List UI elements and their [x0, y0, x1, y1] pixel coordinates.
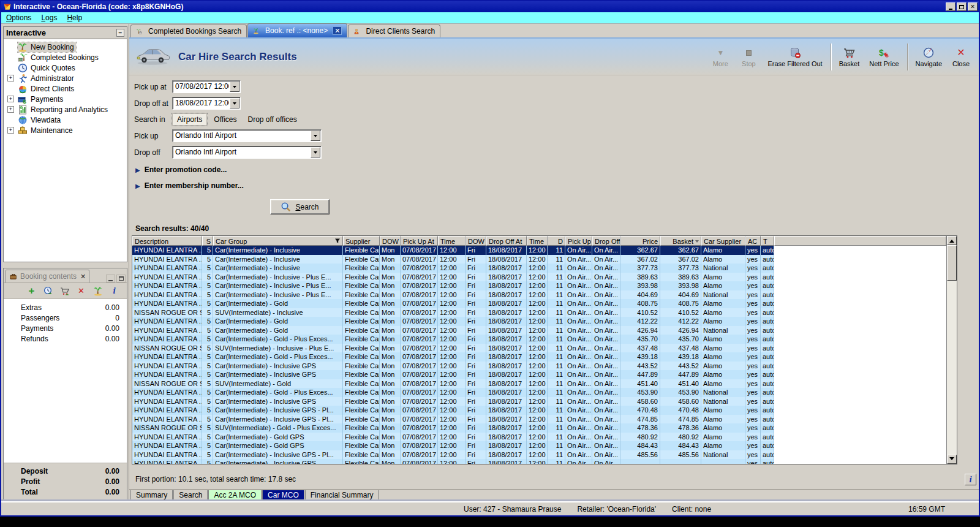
bottom-tab-search[interactable]: Search	[173, 490, 208, 501]
table-row[interactable]: HYUNDAI ELANTRA ...5Car(Intermediate) - …	[132, 255, 946, 264]
column-header-drop-off[interactable]: Drop Off	[592, 236, 620, 246]
column-header-time[interactable]: Time	[527, 236, 548, 246]
bottom-tab-financial-summary[interactable]: Financial Summary	[305, 490, 379, 501]
erase-filtered-out-button[interactable]: Erase Filtered Out	[763, 45, 827, 69]
sidebar-item-completed-bookings[interactable]: $$Completed Bookings	[4, 52, 127, 63]
table-row[interactable]: HYUNDAI ELANTRA ...5Car(Intermediate) - …	[132, 246, 946, 255]
table-row[interactable]: HYUNDAI ELANTRA ...5Car(Intermediate) - …	[132, 264, 946, 273]
table-row[interactable]: HYUNDAI ELANTRA ...5Car(Intermediate) - …	[132, 397, 946, 406]
collapse-panel-button[interactable]: −	[116, 29, 124, 37]
delete-button[interactable]: ✕	[76, 286, 86, 296]
move-to-basket-button[interactable]	[59, 286, 70, 296]
tab-completed-bookings-search[interactable]: Completed Bookings Search	[130, 25, 247, 37]
table-row[interactable]: NISSAN ROGUE OR S...5SUV(Intermediate) -…	[132, 308, 946, 317]
pick-up-at-dropdown-icon[interactable]	[230, 82, 239, 92]
table-row[interactable]: HYUNDAI ELANTRA ...5Car(Intermediate) - …	[132, 406, 946, 415]
column-header-drop-off-at[interactable]: Drop Off At	[486, 236, 527, 246]
close-booking-tab-icon[interactable]: ✕	[80, 273, 86, 281]
table-row[interactable]: HYUNDAI ELANTRA ...5Car(Intermediate) - …	[132, 290, 946, 300]
table-row[interactable]: HYUNDAI ELANTRA ...5Car(Intermediate) - …	[132, 362, 946, 371]
table-row[interactable]: HYUNDAI ELANTRA ...5Car(Intermediate) - …	[132, 415, 946, 424]
column-header-dow[interactable]: DOW	[380, 236, 401, 246]
pick-up-select[interactable]: Orlando Intl Airport	[172, 129, 322, 142]
close-tab-icon[interactable]: ✕	[333, 26, 342, 35]
table-row[interactable]: HYUNDAI ELANTRA ...5Car(Intermediate) - …	[132, 450, 946, 460]
info-button[interactable]: i	[965, 474, 976, 485]
expand-icon[interactable]: +	[7, 75, 14, 82]
booking-minimize-button[interactable]	[106, 275, 115, 282]
drop-off-dropdown-icon[interactable]	[311, 147, 320, 157]
add-button[interactable]: +	[26, 286, 37, 296]
promotion-code-expander[interactable]: ▶ Enter promotion code...	[135, 165, 979, 175]
expand-icon[interactable]: +	[7, 96, 14, 102]
table-row[interactable]: HYUNDAI ELANTRA ...5Car(Intermediate) - …	[132, 388, 946, 397]
column-header-basket[interactable]: Basket	[660, 236, 701, 246]
filter-funnel-icon[interactable]	[334, 238, 341, 245]
drop-off-at-input[interactable]: 18/08/2017 12:00	[172, 97, 241, 110]
tab-direct-clients-search[interactable]: Direct Clients Search	[348, 25, 440, 37]
bottom-tab-car-mco[interactable]: Car MCO	[262, 490, 304, 501]
maximize-button[interactable]	[957, 2, 967, 11]
search-in-option-drop-off-offices[interactable]: Drop off offices	[243, 114, 301, 125]
bottom-tab-acc-2a-mco[interactable]: Acc 2A MCO	[208, 490, 262, 501]
sidebar-item-viewdata[interactable]: Viewdata	[4, 115, 127, 125]
scroll-up-icon[interactable]	[947, 236, 957, 245]
expand-icon[interactable]: +	[7, 127, 14, 134]
column-header-description[interactable]: Description	[132, 236, 202, 246]
sidebar-item-payments[interactable]: +$Payments	[4, 94, 127, 104]
drop-off-select[interactable]: Orlando Intl Airport	[172, 146, 322, 159]
table-row[interactable]: HYUNDAI ELANTRA ...5Car(Intermediate) - …	[132, 273, 946, 282]
table-row[interactable]: HYUNDAI ELANTRA ...5Car(Intermediate) - …	[132, 335, 946, 344]
info-button[interactable]: i	[109, 286, 119, 296]
table-row[interactable]: HYUNDAI ELANTRA ...5Car(Intermediate) - …	[132, 281, 946, 290]
sidebar-item-maintenance[interactable]: +Maintenance	[4, 125, 127, 135]
grid-vertical-scrollbar[interactable]	[946, 236, 957, 464]
basket-button[interactable]: Basket	[834, 45, 865, 69]
search-in-option-airports[interactable]: Airports	[172, 113, 207, 126]
pick-up-at-input[interactable]: 07/08/2017 12:00	[172, 80, 241, 93]
sidebar-item-direct-clients[interactable]: Direct Clients	[4, 83, 127, 94]
sidebar-item-new-booking[interactable]: New Booking	[4, 42, 127, 52]
column-header-t[interactable]: T	[761, 236, 774, 246]
column-header-ac[interactable]: AC	[745, 236, 761, 246]
column-header-supplier[interactable]: Supplier	[343, 236, 380, 246]
expand-icon[interactable]: +	[7, 106, 14, 113]
search-button[interactable]: Search	[270, 199, 330, 214]
column-header-s[interactable]: S	[202, 236, 213, 246]
sidebar-item-administrator[interactable]: +Administrator	[4, 73, 127, 83]
new-booking-button[interactable]	[92, 286, 103, 296]
close-button[interactable]: ✕Close	[947, 45, 975, 69]
booking-restore-button[interactable]	[116, 275, 126, 282]
membership-number-expander[interactable]: ▶ Enter membership number...	[135, 181, 979, 191]
table-row[interactable]: HYUNDAI ELANTRA ...5Car(Intermediate) - …	[132, 441, 946, 450]
nett-price-button[interactable]: $Nett Price	[864, 45, 903, 69]
drop-off-at-dropdown-icon[interactable]	[230, 98, 239, 108]
table-row[interactable]: HYUNDAI ELANTRA ...5Car(Intermediate) - …	[132, 370, 946, 379]
table-row[interactable]: NISSAN ROGUE OR S...5SUV(Intermediate) -…	[132, 423, 946, 433]
column-header-price[interactable]: Price	[620, 236, 660, 246]
column-header-dow[interactable]: DOW	[466, 236, 486, 246]
menu-item-options[interactable]: Options	[1, 12, 36, 23]
table-row[interactable]: HYUNDAI ELANTRA ...5Car(Intermediate) - …	[132, 326, 946, 335]
table-row[interactable]: HYUNDAI ELANTRA ...5Car(Intermediate) - …	[132, 459, 946, 464]
column-header-pick-up[interactable]: Pick Up	[565, 236, 592, 246]
column-header-car-supplier[interactable]: Car Supplier	[701, 236, 745, 246]
pick-up-dropdown-icon[interactable]	[311, 131, 320, 141]
table-row[interactable]: HYUNDAI ELANTRA ...5Car(Intermediate) - …	[132, 433, 946, 442]
navigate-button[interactable]: Navigate	[911, 45, 947, 69]
menu-item-logs[interactable]: Logs	[36, 12, 62, 23]
sidebar-item-reporting-and-analytics[interactable]: +Reporting and Analytics	[4, 104, 127, 115]
menu-item-help[interactable]: Help	[62, 12, 87, 23]
minimize-button[interactable]	[946, 2, 956, 11]
table-row[interactable]: HYUNDAI ELANTRA ...5Car(Intermediate) - …	[132, 352, 946, 362]
column-header-car-group[interactable]: Car Group	[213, 236, 343, 246]
column-header-time[interactable]: Time	[438, 236, 466, 246]
scrollbar-track[interactable]	[947, 245, 957, 455]
table-row[interactable]: NISSAN ROGUE OR S...5SUV(Intermediate) -…	[132, 344, 946, 353]
scroll-down-icon[interactable]	[947, 455, 957, 464]
bottom-tab-summary[interactable]: Summary	[130, 490, 173, 501]
column-header-pick-up-at[interactable]: Pick Up At	[401, 236, 438, 246]
table-row[interactable]: NISSAN ROGUE OR S...5SUV(Intermediate) -…	[132, 379, 946, 389]
sidebar-item-quick-quotes[interactable]: Quick Quotes	[4, 63, 127, 73]
table-row[interactable]: HYUNDAI ELANTRA ...5Car(Intermediate) - …	[132, 299, 946, 308]
